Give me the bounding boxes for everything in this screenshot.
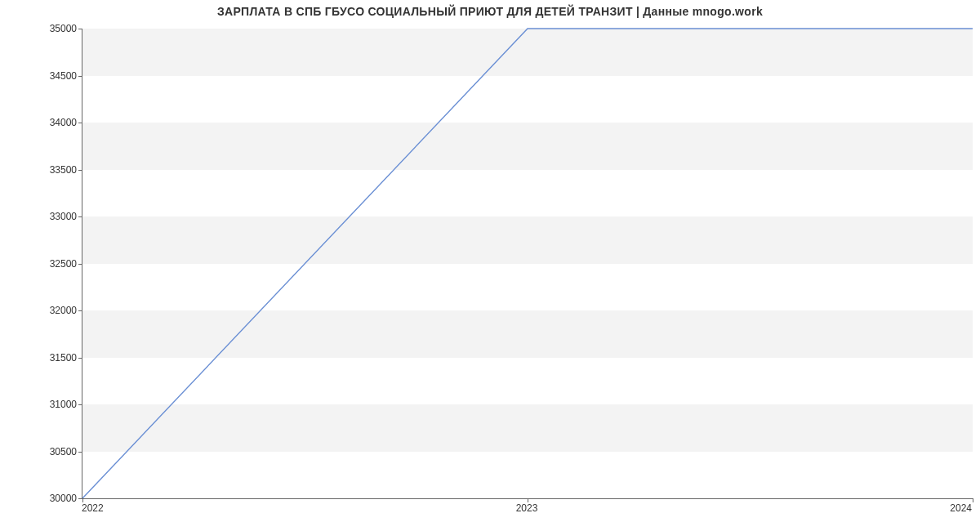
y-tick-mark — [78, 452, 82, 453]
y-tick-label: 32000 — [11, 305, 77, 316]
y-tick-mark — [78, 123, 82, 123]
x-tick-label: 2023 — [516, 502, 538, 514]
y-tick-label: 35000 — [11, 23, 77, 34]
y-tick-mark — [78, 404, 82, 405]
chart-title: ЗАРПЛАТА В СПБ ГБУСО СОЦИАЛЬНЫЙ ПРИЮТ ДЛ… — [0, 5, 980, 18]
x-tick-label: 2024 — [950, 502, 972, 514]
chart-container: ЗАРПЛАТА В СПБ ГБУСО СОЦИАЛЬНЫЙ ПРИЮТ ДЛ… — [0, 0, 980, 531]
y-tick-label: 33500 — [11, 164, 77, 176]
x-tick-mark — [973, 498, 973, 502]
y-tick-label: 30000 — [11, 493, 77, 504]
y-tick-label: 34500 — [11, 70, 77, 82]
y-tick-mark — [78, 76, 82, 77]
y-tick-label: 33000 — [11, 211, 77, 222]
y-tick-label: 31500 — [11, 352, 77, 364]
chart-line — [82, 29, 973, 498]
y-tick-mark — [78, 358, 82, 359]
y-tick-mark — [78, 310, 82, 311]
y-tick-mark — [78, 216, 82, 217]
x-tick-label: 2022 — [82, 502, 104, 514]
y-tick-label: 34000 — [11, 117, 77, 128]
y-tick-mark — [78, 264, 82, 265]
y-tick-mark — [78, 170, 82, 171]
y-tick-label: 30500 — [11, 446, 77, 457]
plot-area — [82, 29, 973, 499]
y-tick-mark — [78, 29, 82, 29]
y-tick-label: 32500 — [11, 258, 77, 270]
y-tick-label: 31000 — [11, 399, 77, 410]
